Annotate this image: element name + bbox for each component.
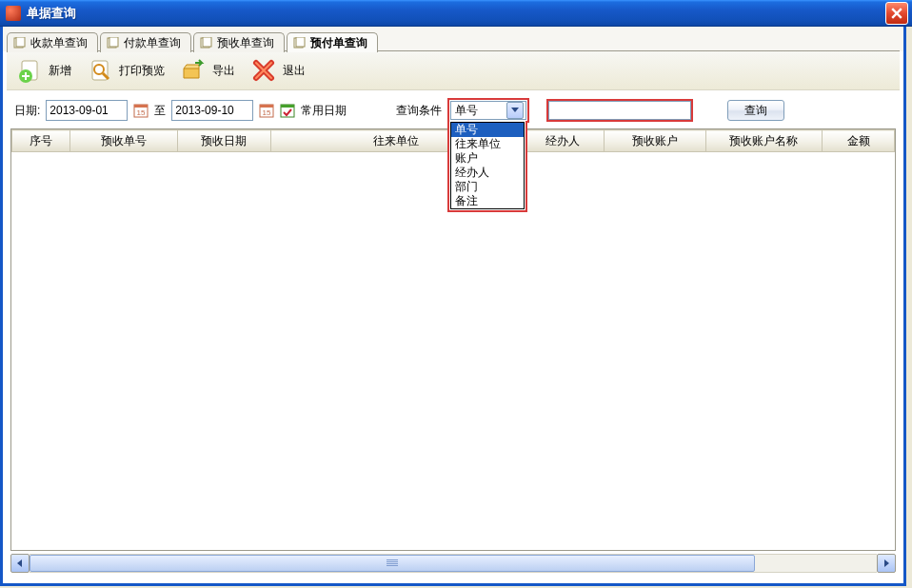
exit-label: 退出 bbox=[283, 63, 306, 79]
new-button[interactable]: 新增 bbox=[12, 55, 75, 86]
query-row: 日期: 15 至 15 常用日期 查询条件 单号 单号 往来 bbox=[7, 90, 900, 128]
condition-select[interactable]: 单号 bbox=[450, 101, 526, 120]
date-to-label: 至 bbox=[154, 103, 166, 119]
col-bill-date[interactable]: 预收日期 bbox=[177, 130, 270, 152]
svg-rect-7 bbox=[296, 37, 305, 47]
horizontal-scrollbar[interactable] bbox=[10, 555, 896, 572]
svg-rect-1 bbox=[16, 37, 25, 47]
col-amount[interactable]: 金额 bbox=[823, 130, 895, 152]
date-from-input[interactable] bbox=[46, 100, 128, 121]
doc-icon bbox=[293, 37, 307, 49]
doc-icon bbox=[200, 37, 213, 49]
tab-payment-query[interactable]: 付款单查询 bbox=[100, 32, 191, 52]
exit-button[interactable]: 退出 bbox=[247, 55, 309, 86]
svg-rect-3 bbox=[109, 37, 118, 47]
grip-icon bbox=[387, 559, 398, 567]
col-account[interactable]: 预收账户 bbox=[605, 130, 706, 152]
preview-icon bbox=[87, 57, 113, 84]
condition-option[interactable]: 账户 bbox=[451, 151, 524, 166]
scroll-right-button[interactable] bbox=[877, 554, 896, 573]
calendar-icon[interactable]: 15 bbox=[259, 103, 274, 118]
doc-icon bbox=[13, 37, 27, 49]
tab-prereceipt-query[interactable]: 预收单查询 bbox=[193, 32, 285, 52]
tab-label: 预收单查询 bbox=[217, 36, 274, 49]
scroll-left-button[interactable] bbox=[10, 554, 30, 573]
condition-option[interactable]: 往来单位 bbox=[451, 137, 524, 151]
svg-text:15: 15 bbox=[263, 108, 271, 117]
svg-rect-5 bbox=[203, 37, 211, 47]
condition-option[interactable]: 备注 bbox=[451, 194, 524, 208]
condition-option[interactable]: 经办人 bbox=[451, 166, 524, 180]
export-button[interactable]: 导出 bbox=[176, 55, 239, 86]
chevron-down-icon bbox=[506, 102, 524, 119]
date-to-input[interactable] bbox=[171, 100, 253, 121]
svg-rect-17 bbox=[260, 105, 273, 108]
preview-label: 打印预览 bbox=[119, 63, 165, 79]
tab-label: 付款单查询 bbox=[124, 36, 181, 49]
add-icon bbox=[16, 57, 43, 84]
common-dates-icon[interactable] bbox=[280, 103, 295, 118]
close-icon bbox=[891, 8, 902, 19]
condition-label: 查询条件 bbox=[396, 103, 442, 119]
export-label: 导出 bbox=[212, 63, 235, 79]
close-button[interactable] bbox=[885, 2, 908, 25]
condition-select-wrap: 单号 单号 往来单位 账户 经办人 部门 备注 bbox=[447, 98, 529, 123]
tab-prepayment-query[interactable]: 预付单查询 bbox=[287, 32, 378, 52]
toolbar: 新增 打印预览 导出 退出 bbox=[7, 51, 900, 90]
tab-strip: 收款单查询 付款单查询 预收单查询 预付单查询 bbox=[3, 27, 903, 51]
search-input-wrap bbox=[546, 99, 693, 122]
tab-label: 收款单查询 bbox=[30, 36, 88, 49]
tab-receipt-query[interactable]: 收款单查询 bbox=[7, 32, 98, 52]
col-acct-name[interactable]: 预收账户名称 bbox=[705, 130, 822, 152]
calendar-icon[interactable]: 15 bbox=[133, 103, 149, 118]
condition-option[interactable]: 单号 bbox=[451, 123, 524, 137]
scroll-thumb[interactable] bbox=[30, 555, 755, 572]
new-label: 新增 bbox=[49, 63, 71, 79]
condition-dropdown: 单号 往来单位 账户 经办人 部门 备注 bbox=[447, 121, 527, 212]
col-bill-no[interactable]: 预收单号 bbox=[69, 130, 177, 152]
svg-rect-14 bbox=[134, 105, 148, 108]
date-label: 日期: bbox=[14, 103, 40, 119]
search-button[interactable]: 查询 bbox=[727, 100, 784, 121]
condition-selected: 单号 bbox=[455, 103, 478, 119]
export-icon bbox=[180, 57, 207, 84]
search-input[interactable] bbox=[548, 101, 691, 120]
condition-option[interactable]: 部门 bbox=[451, 180, 524, 194]
svg-text:15: 15 bbox=[137, 108, 146, 117]
print-preview-button[interactable]: 打印预览 bbox=[83, 55, 169, 86]
common-dates-label: 常用日期 bbox=[301, 103, 347, 119]
title-bar: 单据查询 bbox=[0, 0, 912, 27]
exit-icon bbox=[250, 57, 277, 84]
col-index[interactable]: 序号 bbox=[12, 130, 70, 152]
tab-label: 预付单查询 bbox=[310, 36, 367, 49]
doc-icon bbox=[107, 37, 120, 49]
svg-rect-20 bbox=[281, 105, 294, 108]
col-handler[interactable]: 经办人 bbox=[522, 130, 605, 152]
scroll-track[interactable] bbox=[30, 554, 877, 573]
app-icon bbox=[6, 6, 21, 21]
window-title: 单据查询 bbox=[27, 5, 76, 22]
